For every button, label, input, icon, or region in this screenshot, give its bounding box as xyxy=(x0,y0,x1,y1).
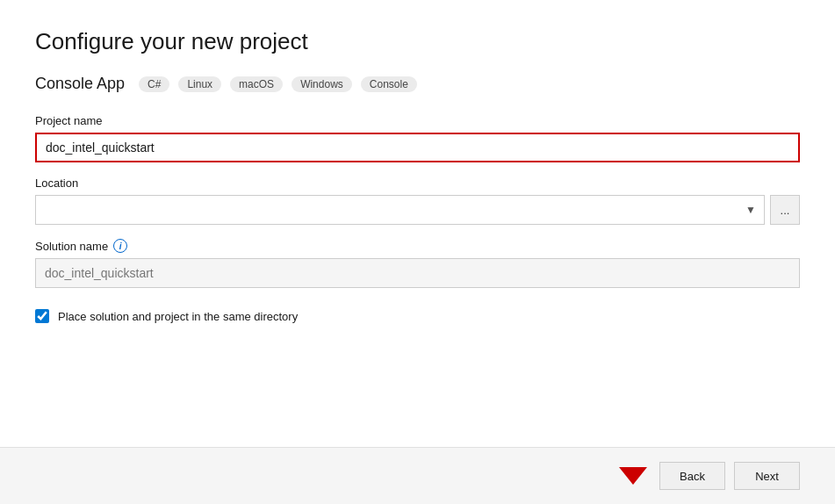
footer: Back Next xyxy=(0,447,835,504)
solution-name-input[interactable] xyxy=(35,258,800,288)
location-label: Location xyxy=(35,176,78,190)
location-select[interactable] xyxy=(35,195,765,225)
down-arrow-icon xyxy=(619,467,647,485)
tag-console: Console xyxy=(361,76,417,92)
tag-windows: Windows xyxy=(292,76,352,92)
tag-linux: Linux xyxy=(178,76,221,92)
browse-button[interactable]: ... xyxy=(770,195,800,225)
footer-buttons: Back Next xyxy=(619,462,800,490)
info-icon: i xyxy=(113,239,127,253)
app-name: Console App xyxy=(35,75,125,93)
next-button[interactable]: Next xyxy=(734,462,800,490)
location-row: ▼ ... xyxy=(35,195,800,225)
next-arrow-indicator xyxy=(619,467,647,485)
page-title: Configure your new project xyxy=(35,28,800,55)
project-name-label: Project name xyxy=(35,114,103,127)
same-directory-label: Place solution and project in the same d… xyxy=(58,310,298,323)
back-button[interactable]: Back xyxy=(659,462,725,490)
app-info-row: Console App C# Linux macOS Windows Conso… xyxy=(35,75,800,93)
location-group: Location ▼ ... xyxy=(35,176,800,225)
solution-name-group: Solution name i xyxy=(35,239,800,288)
same-directory-checkbox[interactable] xyxy=(35,309,49,323)
location-select-wrapper: ▼ xyxy=(35,195,765,225)
project-name-group: Project name xyxy=(35,114,800,162)
same-directory-row: Place solution and project in the same d… xyxy=(35,309,800,323)
tag-macos: macOS xyxy=(230,76,283,92)
tag-csharp: C# xyxy=(139,76,169,92)
project-name-input[interactable] xyxy=(35,133,800,162)
solution-name-label: Solution name xyxy=(35,240,108,253)
